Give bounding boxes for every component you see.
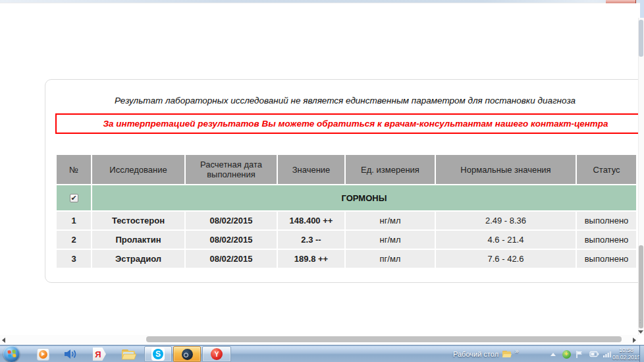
clock-date: 08.02.2015 bbox=[612, 354, 640, 361]
yandex-browser-icon: Y bbox=[211, 348, 223, 360]
cell-test: Тестостерон bbox=[92, 212, 184, 229]
scroll-down-arrow-icon[interactable] bbox=[638, 330, 643, 334]
cell-test: Эстрадиол bbox=[92, 250, 184, 268]
cell-unit: нг/мл bbox=[346, 231, 435, 249]
signal-bars-icon bbox=[603, 350, 612, 358]
folder-icon bbox=[121, 347, 136, 361]
header-unit: Ед. измерения bbox=[346, 155, 435, 184]
header-num: № bbox=[57, 155, 91, 184]
desktop-folder-icon bbox=[502, 350, 512, 358]
table-row: 2 Пролактин 08/02/2015 2.3 -- нг/мл 4.6 … bbox=[57, 231, 636, 249]
table-row: 1 Тестостерон 08/02/2015 148.400 ++ нг/м… bbox=[57, 212, 636, 229]
scroll-right-arrow-icon[interactable] bbox=[633, 338, 636, 343]
window-edge-strip bbox=[640, 0, 644, 18]
toolbar-chevron[interactable]: » bbox=[515, 347, 519, 355]
close-button-sliver[interactable] bbox=[606, 0, 636, 3]
cell-status: выполнено bbox=[577, 250, 636, 268]
cell-status: выполнено bbox=[577, 231, 636, 249]
cell-test: Пролактин bbox=[92, 231, 184, 249]
cell-num: 2 bbox=[57, 231, 91, 249]
media-player-icon bbox=[37, 348, 49, 361]
skype-icon: S bbox=[151, 347, 165, 361]
chevron-up-icon bbox=[550, 353, 556, 356]
battery-tray-icon[interactable] bbox=[588, 346, 600, 362]
action-center-tray-icon[interactable] bbox=[574, 346, 585, 362]
windows-logo-icon bbox=[7, 349, 16, 357]
notice-box: За интерпретацией результатов Вы можете … bbox=[55, 113, 644, 134]
antivirus-ball-icon: + bbox=[562, 350, 571, 359]
steam-icon bbox=[182, 349, 193, 360]
desktop-toolbar-label: Рабочий стол bbox=[453, 350, 498, 358]
flag-icon bbox=[576, 350, 583, 359]
desktop-screen: Результат лабораторных исследований не я… bbox=[0, 0, 644, 362]
vertical-scrollbar-thumb[interactable] bbox=[639, 245, 643, 328]
cell-date: 08/02/2015 bbox=[186, 212, 277, 229]
antivirus-tray-icon[interactable]: + bbox=[560, 346, 572, 362]
header-status: Статус bbox=[577, 155, 636, 184]
cell-unit: пг/мл bbox=[346, 250, 435, 268]
speaker-icon bbox=[63, 347, 78, 361]
battery-icon bbox=[589, 351, 599, 357]
header-test: Исследование bbox=[92, 155, 184, 184]
desktop-toolbar[interactable]: Рабочий стол » bbox=[453, 346, 519, 362]
cell-unit: нг/мл bbox=[346, 212, 435, 229]
vertical-scrollbar-thumb-outer[interactable] bbox=[639, 20, 643, 57]
table-row: 3 Эстрадиол 08/02/2015 189.8 ++ пг/мл 7.… bbox=[57, 250, 636, 268]
cell-num: 3 bbox=[57, 250, 91, 268]
cell-normal: 2.49 - 8.36 bbox=[436, 212, 576, 229]
volume-button[interactable] bbox=[61, 346, 80, 362]
cell-normal: 4.6 - 21.4 bbox=[436, 231, 576, 249]
header-date: Расчетная дата выполнения bbox=[186, 155, 277, 184]
cell-status: выполнено bbox=[577, 212, 636, 229]
cell-value: 189.8 ++ bbox=[278, 250, 344, 268]
start-button[interactable] bbox=[3, 346, 20, 362]
steam-taskbar-button[interactable] bbox=[173, 346, 201, 362]
scroll-left-arrow-icon[interactable] bbox=[2, 338, 5, 343]
cell-num: 1 bbox=[57, 212, 91, 229]
taskbar-clock[interactable]: 10:58 08.02.2015 bbox=[612, 347, 640, 361]
cell-date: 08/02/2015 bbox=[186, 250, 277, 268]
header-value: Значение bbox=[278, 155, 344, 184]
disclaimer-text: Результат лабораторных исследований не я… bbox=[55, 96, 635, 106]
clock-time: 10:58 bbox=[612, 347, 640, 354]
show-hidden-icons-button[interactable] bbox=[549, 346, 558, 362]
cell-normal: 7.6 - 42.6 bbox=[436, 250, 576, 268]
horizontal-scrollbar-thumb[interactable] bbox=[146, 336, 622, 342]
cell-value: 2.3 -- bbox=[278, 231, 344, 249]
header-normal: Нормальные значения bbox=[436, 155, 576, 184]
group-checkbox-cell: ✔ bbox=[57, 185, 91, 210]
group-row-hormones: ✔ ГОРМОНЫ bbox=[57, 185, 636, 210]
media-player-button[interactable] bbox=[33, 346, 53, 362]
results-table: № Исследование Расчетная дата выполнения… bbox=[55, 154, 637, 269]
notice-text: За интерпретацией результатов Вы можете … bbox=[103, 119, 608, 129]
scrollbar-grip-dots: ·· bbox=[639, 319, 643, 324]
network-tray-icon[interactable] bbox=[601, 346, 613, 362]
taskbar: Я S Y Рабочий с bbox=[0, 345, 644, 362]
table-header-row: № Исследование Расчетная дата выполнения… bbox=[57, 155, 636, 184]
group-label: ГОРМОНЫ bbox=[92, 185, 636, 210]
file-explorer-button[interactable] bbox=[119, 346, 138, 362]
yandex-app-icon: Я bbox=[93, 347, 106, 361]
group-checkbox[interactable]: ✔ bbox=[70, 194, 78, 202]
yandex-app-button[interactable]: Я bbox=[90, 346, 109, 362]
cell-date: 08/02/2015 bbox=[186, 231, 277, 249]
skype-taskbar-button[interactable]: S bbox=[144, 346, 172, 362]
show-desktop-button[interactable] bbox=[639, 346, 644, 362]
cell-value: 148.400 ++ bbox=[278, 212, 344, 229]
yandex-browser-taskbar-button[interactable]: Y bbox=[202, 346, 231, 362]
browser-chrome-sliver bbox=[0, 0, 644, 3]
